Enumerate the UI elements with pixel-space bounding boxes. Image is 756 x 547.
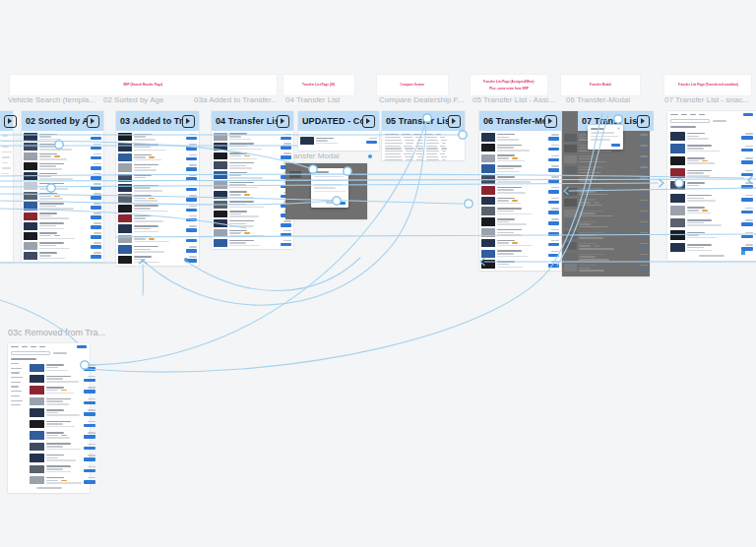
artboard-b02[interactable]: 02 Sorted by Age	[22, 111, 103, 262]
modal-confirm-button[interactable]	[336, 202, 346, 205]
transfer-button[interactable]	[638, 213, 648, 217]
transfer-button[interactable]	[741, 185, 753, 189]
transfer-button[interactable]	[741, 211, 753, 214]
transfer-button[interactable]	[548, 158, 559, 162]
annotation-note[interactable]: Transfer List Page (Transferred snackbar…	[664, 75, 751, 95]
frame-title[interactable]: 03a Added to Transfer...	[194, 95, 278, 104]
transfer-button[interactable]	[91, 215, 101, 219]
transfer-button[interactable]	[91, 137, 101, 141]
nav-item[interactable]	[39, 346, 45, 348]
transfer-button[interactable]	[186, 188, 197, 192]
transfer-button[interactable]	[84, 412, 95, 416]
artboard-header[interactable]: 04 Transfer List	[212, 111, 293, 131]
artboard-b06[interactable]: 06 Transfer-Modal	[479, 111, 561, 271]
nav-item[interactable]	[681, 114, 687, 116]
annotation-note[interactable]: SRP (Search Results Page)	[10, 75, 277, 95]
transfer-button[interactable]	[186, 177, 197, 181]
nav-item[interactable]	[11, 346, 19, 348]
transfer-button[interactable]	[548, 137, 559, 141]
filter-option[interactable]	[11, 386, 19, 387]
transfer-button[interactable]	[84, 401, 95, 405]
transfer-button[interactable]	[186, 147, 197, 151]
transfer-button[interactable]	[638, 257, 648, 261]
transfer-button[interactable]	[638, 137, 648, 141]
prototype-play-icon[interactable]	[182, 115, 195, 128]
transfer-button[interactable]	[186, 228, 197, 232]
transfer-button[interactable]	[186, 249, 197, 253]
filter-option[interactable]	[11, 395, 20, 396]
close-icon[interactable]: ✕	[343, 170, 346, 174]
annotation-note[interactable]: Transfer List Page (UI)	[284, 75, 354, 95]
transfer-button[interactable]	[186, 167, 197, 171]
modal-confirm-button[interactable]	[611, 144, 620, 147]
transfer-button[interactable]	[548, 190, 559, 194]
nav-item[interactable]	[699, 114, 705, 116]
artboard-b05[interactable]: 05 Transfer List...	[382, 111, 465, 160]
annotation-note[interactable]: Compare Screen	[377, 75, 448, 95]
artboard-stub[interactable]	[0, 111, 13, 262]
transfer-button[interactable]	[84, 379, 95, 383]
transfer-modal-dialog[interactable]: ✕	[588, 125, 623, 150]
transfer-button[interactable]	[741, 235, 753, 239]
transfer-button[interactable]	[186, 157, 197, 161]
transfer-button[interactable]	[638, 268, 648, 272]
artboard-b04[interactable]: 04 Transfer List	[212, 111, 293, 249]
transfer-button[interactable]	[281, 223, 291, 227]
transfer-button[interactable]	[281, 137, 291, 141]
prototype-play-icon[interactable]	[637, 115, 650, 128]
artboard-b03[interactable]: 03 Added to Tr...	[116, 111, 199, 266]
close-icon[interactable]: ✕	[617, 127, 620, 131]
filter-option[interactable]	[11, 404, 21, 405]
transfer-button[interactable]	[186, 198, 197, 202]
artboard-header[interactable]: 02 Sorted by Age	[22, 111, 103, 131]
transfer-button[interactable]	[741, 160, 753, 164]
transfer-button[interactable]	[548, 201, 559, 205]
transfer-button[interactable]	[91, 235, 101, 239]
filter-option[interactable]	[11, 400, 23, 401]
transfer-button[interactable]	[281, 243, 291, 247]
transfer-button[interactable]	[186, 218, 197, 222]
transfer-button[interactable]	[281, 146, 291, 150]
nav-item[interactable]	[690, 114, 696, 116]
artboard-header[interactable]: 03 Added to Tr...	[116, 111, 199, 131]
artboard-header[interactable]	[0, 111, 13, 131]
artboard-b07snk[interactable]	[667, 111, 756, 261]
transfer-button[interactable]	[91, 176, 101, 180]
transfer-button[interactable]	[638, 235, 648, 239]
frame-title[interactable]: 07 Transfer List - snac...	[664, 95, 749, 104]
transfer-button[interactable]	[638, 148, 648, 152]
nav-item[interactable]	[31, 346, 36, 348]
artboard-b03c[interactable]	[8, 343, 90, 493]
prototype-play-icon[interactable]	[362, 115, 375, 128]
transfer-button[interactable]	[741, 247, 753, 251]
frame-title[interactable]: 03c Removed from Tra...	[8, 328, 105, 337]
pagination[interactable]	[699, 255, 724, 257]
transfer-button[interactable]	[91, 225, 101, 229]
prototype-play-icon[interactable]	[4, 115, 17, 128]
search-input[interactable]	[670, 119, 710, 123]
transfer-button[interactable]	[638, 180, 648, 184]
transfer-button[interactable]	[548, 211, 559, 214]
filter-option[interactable]	[11, 377, 23, 378]
artboard-b07[interactable]: 07 Transf List ...✕	[562, 111, 650, 276]
transfer-button[interactable]	[638, 246, 648, 250]
artboard-header[interactable]: 05 Transfer List...	[382, 111, 465, 131]
transfer-button[interactable]	[91, 255, 101, 259]
artboard-transfer-modal-frame[interactable]: ✕	[285, 163, 367, 219]
frame-title[interactable]: 05 Transfer List - Assi...	[472, 95, 555, 104]
transfer-button[interactable]	[741, 198, 753, 202]
transfer-button[interactable]	[91, 156, 101, 160]
transfer-button[interactable]	[548, 232, 559, 236]
transfer-button[interactable]	[186, 239, 197, 243]
transfer-button[interactable]	[741, 149, 753, 152]
transfer-button[interactable]	[91, 245, 101, 249]
modal-cancel-link[interactable]	[326, 202, 333, 204]
transfer-button[interactable]	[186, 259, 197, 263]
transfer-button[interactable]	[84, 480, 95, 484]
transfer-button[interactable]	[84, 367, 95, 371]
transfer-button[interactable]	[548, 243, 559, 247]
artboard-header[interactable]: UPDATED - Co...	[298, 111, 379, 131]
transfer-button[interactable]	[84, 457, 95, 461]
transfer-button[interactable]	[548, 179, 559, 183]
frame-title[interactable]: Vehicle Search (templa...	[8, 95, 95, 104]
